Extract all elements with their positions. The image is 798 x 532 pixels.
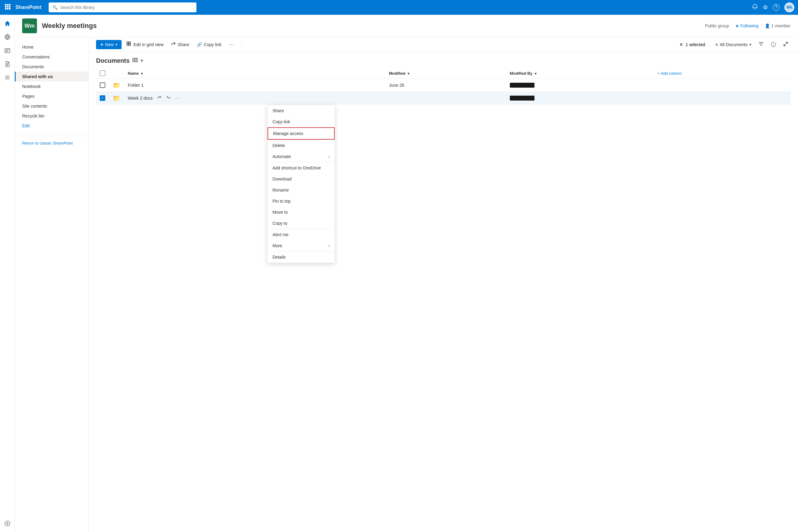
svg-rect-17 [134, 58, 136, 62]
context-menu-item-alert-me[interactable]: Alert me [268, 229, 335, 240]
file-name-2[interactable]: Week 2 docs [124, 92, 385, 104]
heading-chevron-icon[interactable]: ▾ [141, 58, 143, 63]
rail-home-icon[interactable] [1, 17, 14, 30]
group-type-label: Public group [705, 23, 729, 28]
svg-rect-2 [9, 4, 11, 5]
add-column-header[interactable]: + Add column [654, 68, 791, 79]
copy-link-button[interactable]: 🔗 Copy link [194, 40, 224, 49]
filter-button[interactable] [756, 40, 766, 49]
sidebar-item-home[interactable]: Home [15, 42, 88, 52]
more-submenu-icon: › [328, 243, 330, 248]
file-type-header [109, 68, 124, 79]
site-title: Weekly meetings [42, 22, 97, 30]
modified-by-sort-icon: ▾ [535, 72, 537, 75]
file-type-icon-2: 📁 [109, 92, 124, 104]
context-menu-item-details[interactable]: Details [268, 251, 335, 263]
sidebar-item-documents[interactable]: Documents [15, 62, 88, 72]
context-menu-item-download[interactable]: Download [268, 173, 335, 185]
svg-rect-6 [5, 8, 6, 10]
context-menu-item-more[interactable]: More › [268, 240, 335, 251]
notification-icon[interactable] [752, 4, 758, 12]
new-chevron-icon: ▾ [115, 42, 117, 47]
context-menu-item-move-to[interactable]: Move to [268, 207, 335, 218]
copy-link-row-button-1[interactable] [156, 81, 163, 89]
deselect-icon[interactable]: ✕ [679, 42, 683, 47]
table-row[interactable]: ✓ 📁 Week 2 docs [96, 92, 791, 104]
context-menu-item-rename[interactable]: Rename [268, 185, 335, 195]
search-input[interactable] [60, 5, 193, 10]
svg-rect-16 [133, 58, 134, 62]
context-menu-item-share[interactable]: Share [268, 105, 335, 116]
context-menu: Share Copy link Manage access Delete Aut… [267, 105, 335, 263]
context-menu-item-copy-to[interactable]: Copy to [268, 218, 335, 229]
share-row-button-1[interactable] [147, 81, 153, 89]
main-container: Wm Weekly meetings Public group ★ Follow… [15, 15, 798, 532]
sidebar-item-recycle-bin[interactable]: Recycle bin [15, 111, 88, 121]
return-to-classic-link[interactable]: Return to classic SharePoint [15, 136, 88, 150]
waffle-icon[interactable] [4, 3, 12, 12]
new-button[interactable]: + New ▾ [96, 40, 122, 49]
sidebar-item-conversations[interactable]: Conversations [15, 52, 88, 62]
row-checkbox-2[interactable]: ✓ [96, 92, 109, 104]
sidebar-item-notebook[interactable]: Notebook [15, 81, 88, 91]
modified-by-1 [506, 79, 654, 92]
rail-add-icon[interactable] [1, 517, 14, 530]
sidebar-edit-link[interactable]: Edit [15, 121, 88, 131]
svg-rect-3 [5, 6, 6, 7]
context-menu-item-add-shortcut[interactable]: Add shortcut to OneDrive [268, 163, 335, 173]
share-icon [171, 41, 176, 48]
site-meta: Public group ★ Following 👤 1 member [705, 23, 791, 28]
rail-news-icon[interactable] [1, 44, 14, 57]
toolbar-right: ✕ 1 selected ≡ All Documents ▾ [679, 40, 791, 49]
modified-column-header[interactable]: Modified ▾ [385, 68, 506, 79]
rail-globe-icon[interactable] [1, 31, 14, 43]
more-row-button-2[interactable]: ··· [174, 94, 181, 101]
info-button[interactable]: i [768, 40, 778, 49]
file-type-icon-1: 📁 [109, 79, 124, 92]
sidebar-item-pages[interactable]: Pages [15, 91, 88, 101]
context-menu-item-delete[interactable]: Delete [268, 140, 335, 151]
view-toggle-button[interactable]: ≡ All Documents ▾ [713, 40, 754, 49]
sidebar-item-site-contents[interactable]: Site contents [15, 101, 88, 111]
name-column-header[interactable]: Name ▾ [124, 68, 385, 79]
sidebar-item-shared[interactable]: Shared with us [15, 72, 88, 81]
checkbox-1[interactable] [100, 82, 105, 88]
svg-rect-5 [9, 6, 11, 7]
top-navigation: SharePoint 🔍 ⚙ ? MK [0, 0, 798, 15]
person-icon: 👤 [765, 23, 770, 28]
plus-icon: + [101, 42, 103, 48]
help-icon[interactable]: ? [773, 4, 780, 11]
context-menu-item-pin-to-top[interactable]: Pin to top [268, 195, 335, 207]
folder-icon: 📁 [113, 82, 120, 89]
copy-link-row-button-2[interactable] [165, 94, 172, 102]
more-row-button-1[interactable]: ··· [165, 81, 172, 89]
column-header-row: Name ▾ Modified ▾ Modified By ▾ [96, 68, 791, 79]
checkbox-2[interactable]: ✓ [100, 95, 105, 101]
expand-button[interactable] [781, 40, 791, 49]
search-bar[interactable]: 🔍 [49, 2, 196, 12]
rail-list-icon[interactable] [1, 71, 14, 84]
row-checkbox-1[interactable] [96, 79, 109, 92]
more-options-button[interactable]: ··· [226, 40, 237, 49]
avatar[interactable]: MK [784, 2, 794, 12]
following-button[interactable]: ★ Following [735, 23, 759, 28]
file-name-1[interactable]: Folder 1 [124, 79, 385, 92]
edit-grid-button[interactable]: Edit in grid view [124, 40, 166, 49]
table-row[interactable]: 📁 Folder 1 [96, 79, 791, 92]
share-row-button-2[interactable] [156, 94, 163, 102]
grid-icon [127, 41, 131, 48]
checkbox-header[interactable] [96, 68, 109, 79]
rail-doc-icon[interactable] [1, 58, 14, 70]
share-button[interactable]: Share [168, 40, 192, 49]
library-view-icon[interactable] [132, 57, 138, 64]
left-rail [0, 15, 15, 532]
modified-by-column-header[interactable]: Modified By ▾ [506, 68, 654, 79]
context-menu-item-copy-link[interactable]: Copy link [268, 116, 335, 127]
toolbar: + New ▾ Edit in grid view [89, 37, 798, 52]
site-area: Wm Weekly meetings Public group ★ Follow… [15, 15, 798, 532]
svg-rect-8 [9, 8, 11, 10]
context-menu-item-automate[interactable]: Automate › [268, 151, 335, 162]
settings-icon[interactable]: ⚙ [763, 4, 768, 11]
context-menu-item-manage-access[interactable]: Manage access [268, 127, 335, 139]
link-icon: 🔗 [197, 42, 202, 47]
